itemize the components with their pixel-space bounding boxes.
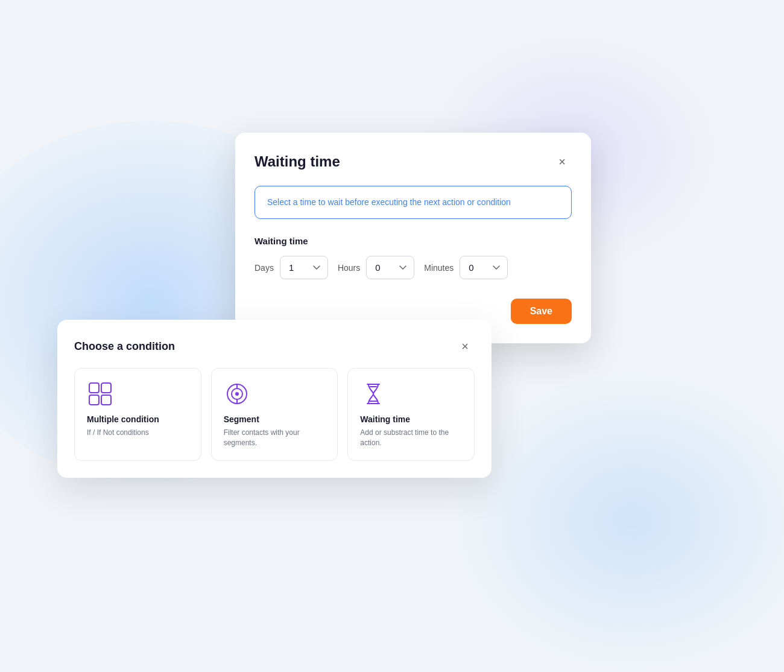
- segment-desc: Filter contacts with your segments.: [224, 428, 326, 448]
- days-unit: Days 1 2 3 4 5: [254, 256, 328, 279]
- time-row: Days 1 2 3 4 5 Hours 0 1 2 3 Minutes 0 1…: [254, 256, 572, 279]
- minutes-select[interactable]: 0 15 30 45: [460, 256, 508, 279]
- waiting-time-card-name: Waiting time: [360, 414, 462, 424]
- choose-title: Choose a condition: [74, 340, 175, 353]
- info-text: Select a time to wait before executing t…: [267, 196, 559, 209]
- close-button[interactable]: ×: [552, 152, 572, 171]
- segment-icon: [224, 381, 250, 407]
- days-select[interactable]: 1 2 3 4 5: [280, 256, 328, 279]
- modal-header: Waiting time ×: [254, 152, 572, 171]
- minutes-unit: Minutes 0 15 30 45: [424, 256, 508, 279]
- hours-unit: Hours 0 1 2 3: [338, 256, 414, 279]
- bg-blob-blue2: [452, 370, 784, 672]
- waiting-time-modal: Waiting time × Select a time to wait bef…: [235, 133, 591, 343]
- cards-row: Multiple condition If / If Not condition…: [74, 368, 475, 461]
- svg-rect-0: [89, 383, 99, 393]
- segment-name: Segment: [224, 414, 326, 424]
- save-button[interactable]: Save: [511, 299, 572, 324]
- modal-title: Waiting time: [254, 153, 340, 170]
- hourglass-icon: [360, 381, 387, 407]
- svg-rect-3: [101, 395, 111, 405]
- choose-close-button[interactable]: ×: [455, 337, 475, 356]
- hours-select[interactable]: 0 1 2 3: [366, 256, 414, 279]
- waiting-time-card[interactable]: Waiting time Add or substract time to th…: [347, 368, 475, 461]
- hours-label: Hours: [338, 263, 360, 273]
- waiting-time-card-desc: Add or substract time to the action.: [360, 428, 462, 448]
- svg-point-6: [235, 392, 239, 396]
- multiple-condition-card[interactable]: Multiple condition If / If Not condition…: [74, 368, 201, 461]
- days-label: Days: [254, 263, 274, 273]
- choose-condition-modal: Choose a condition × Multiple condition …: [57, 320, 492, 478]
- waiting-time-label: Waiting time: [254, 236, 572, 246]
- choose-header: Choose a condition ×: [74, 337, 475, 356]
- minutes-label: Minutes: [424, 263, 454, 273]
- segment-card[interactable]: Segment Filter contacts with your segmen…: [211, 368, 338, 461]
- multiple-condition-name: Multiple condition: [87, 414, 189, 424]
- multiple-condition-desc: If / If Not conditions: [87, 428, 189, 438]
- info-box: Select a time to wait before executing t…: [254, 186, 572, 219]
- grid-icon: [87, 381, 113, 407]
- svg-rect-1: [101, 383, 111, 393]
- svg-rect-2: [89, 395, 99, 405]
